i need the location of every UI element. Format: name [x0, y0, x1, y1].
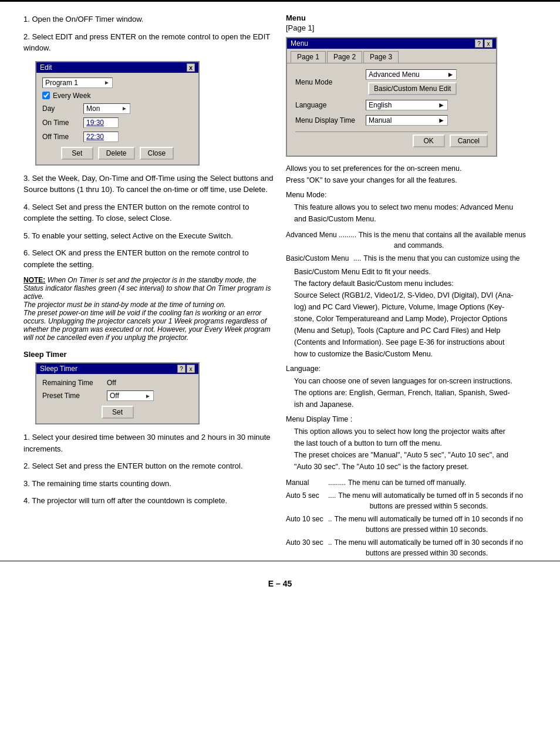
every-week-checkbox[interactable] [42, 92, 50, 99]
set-button[interactable]: Set [61, 147, 93, 160]
step-5: 5. To enable your setting, select Active… [23, 230, 274, 242]
note-section: NOTE: When On Timer is set and the proje… [23, 276, 274, 342]
step-6: 6. Select OK and press the ENTER button … [23, 247, 274, 270]
delete-button[interactable]: Delete [98, 147, 135, 160]
language-section-title: Language: [286, 365, 537, 373]
preset-label: Preset Time [42, 392, 107, 400]
on-time-row: On Time 19:30 [42, 117, 193, 128]
day-label: Day [42, 105, 83, 113]
display-time-arrow: ► [438, 116, 445, 124]
manual-dots: ......... [328, 477, 346, 488]
menu-mode-section: Menu Mode: This feature allows you to se… [286, 191, 537, 225]
tab-page2[interactable]: Page 2 [327, 51, 362, 63]
off-time-label: Off Time [42, 133, 83, 141]
day-dropdown[interactable]: Mon ► [83, 103, 130, 114]
language-section: Language: You can choose one of seven la… [286, 365, 537, 410]
display-time-row: Menu Display Time Manual ► [295, 115, 488, 126]
step-3: 3. Set the Week, Day, On-Time and Off-Ti… [23, 173, 274, 196]
sleep-button-row: Set [42, 406, 193, 419]
basic-custom-row: Basic/Custom Menu .... This is the menu … [286, 253, 537, 264]
menu-title-bar: Menu ? x [287, 38, 496, 49]
cancel-button[interactable]: Cancel [450, 134, 488, 147]
language-label: Language [295, 101, 366, 109]
on-time-input[interactable]: 19:30 [83, 117, 119, 128]
sleep-body: Remaining Time Off Preset Time Off ► Set [36, 374, 198, 423]
edit-body: Program 1 ► Every Week Day Mon ► On [36, 73, 198, 164]
top-border [0, 0, 560, 2]
auto10-text: The menu will automatically be turned of… [335, 514, 523, 535]
sleep-help-icon[interactable]: ? [177, 365, 185, 373]
basic-custom-edit-button[interactable]: Basic/Custom Menu Edit [368, 82, 457, 95]
sleep-step-4: 4. The projector will turn off after the… [23, 495, 274, 507]
language-arrow: ► [438, 101, 445, 109]
language-row: Language English ► [295, 100, 488, 110]
sleep-set-button[interactable]: Set [102, 406, 134, 419]
preset-dropdown-arrow: ► [145, 393, 151, 399]
preset-time-row: Preset Time Off ► [42, 390, 193, 401]
close-button[interactable]: Close [140, 147, 174, 160]
menu-title-label: Menu [291, 39, 308, 48]
off-time-input[interactable]: 22:30 [83, 132, 119, 142]
display-time-label: Menu Display Time [295, 116, 366, 124]
right-column: Menu [Page 1] Menu ? x Page 1 Page 2 Pag… [286, 14, 537, 561]
language-desc: You can choose one of seven languages fo… [294, 375, 537, 410]
advanced-label: Advanced Menu [286, 230, 339, 251]
edit-close-button[interactable]: x [187, 63, 195, 72]
menu-mode-desc: This feature allows you to select two me… [294, 201, 537, 225]
step-4: 4. Select Set and press the ENTER button… [23, 201, 274, 224]
remaining-time-row: Remaining Time Off [42, 379, 193, 387]
auto5-label: Auto 5 sec [286, 490, 328, 501]
menu-help-icon[interactable]: ? [475, 39, 483, 48]
left-column: 1. Open the On/OFF Timer window. 2. Sele… [23, 14, 274, 561]
language-dropdown[interactable]: English ► [366, 100, 448, 110]
ok-button[interactable]: OK [413, 134, 445, 147]
auto5-text: The menu will automatically be turned of… [338, 490, 523, 511]
allows-text: Allows you to set preferences for the on… [286, 163, 537, 186]
basic-custom-dots: .... [353, 253, 361, 264]
advanced-dots: ......... [339, 230, 356, 251]
basic-custom-label: Basic/Custom Menu [286, 253, 353, 264]
remaining-label: Remaining Time [42, 379, 107, 387]
page-number: E – 45 [0, 579, 560, 600]
menu-heading: Menu [286, 14, 537, 22]
display-time-section-title: Menu Display Time : [286, 415, 537, 423]
sleep-title-icons: ? x [177, 365, 195, 373]
manual-label: Manual [286, 477, 328, 488]
sleep-step-3: 3. The remaining time starts counting do… [23, 478, 274, 490]
bottom-border [0, 561, 560, 561]
day-dropdown-arrow: ► [122, 105, 127, 112]
menu-mode-dropdown[interactable]: Advanced Menu ► [366, 69, 457, 80]
tab-page1[interactable]: Page 1 [291, 51, 326, 63]
off-time-row: Off Time 22:30 [42, 132, 193, 142]
advanced-menu-row: Advanced Menu ......... This is the menu… [286, 230, 537, 251]
on-time-label: On Time [42, 119, 83, 127]
sleep-title-bar: Sleep Timer ? x [36, 363, 198, 374]
sleep-timer-window: Sleep Timer ? x Remaining Time Off Prese… [35, 362, 200, 424]
advanced-text: This is the menu that contains all the a… [359, 230, 526, 251]
sleep-step-2: 2. Select Set and press the ENTER button… [23, 460, 274, 472]
auto30-dots: .. [328, 537, 332, 548]
manual-row: Manual ......... The menu can be turned … [286, 477, 537, 488]
manual-text: The menu can be turned off manually. [348, 477, 466, 488]
menu-window: Menu ? x Page 1 Page 2 Page 3 Menu Mode … [286, 37, 497, 157]
tab-page3[interactable]: Page 3 [363, 51, 399, 63]
display-time-section: Menu Display Time : This option allows y… [286, 415, 537, 473]
sleep-timer-heading: Sleep Timer [23, 350, 274, 359]
sleep-close-icon[interactable]: x [187, 365, 195, 373]
program-dropdown-arrow: ► [104, 79, 110, 86]
step-1: 1. Open the On/OFF Timer window. [23, 14, 274, 25]
edit-title-label: Edit [40, 63, 52, 72]
auto10-label: Auto 10 sec [286, 514, 328, 524]
display-time-dropdown[interactable]: Manual ► [366, 115, 448, 126]
menu-subheading: [Page 1] [286, 23, 537, 32]
auto10-row: Auto 10 sec .. The menu will automatical… [286, 514, 537, 535]
menu-tabs: Page 1 Page 2 Page 3 [287, 49, 496, 63]
program-dropdown[interactable]: Program 1 ► [42, 78, 113, 88]
day-row: Day Mon ► [42, 103, 193, 114]
menu-button-row: OK Cancel [295, 132, 488, 150]
menu-close-icon[interactable]: x [484, 39, 492, 48]
menu-mode-label: Menu Mode [295, 78, 366, 86]
menu-mode-row: Menu Mode Advanced Menu ► Basic/Custom M… [295, 69, 488, 95]
preset-time-dropdown[interactable]: Off ► [107, 390, 154, 401]
sleep-title-label: Sleep Timer [40, 365, 77, 373]
